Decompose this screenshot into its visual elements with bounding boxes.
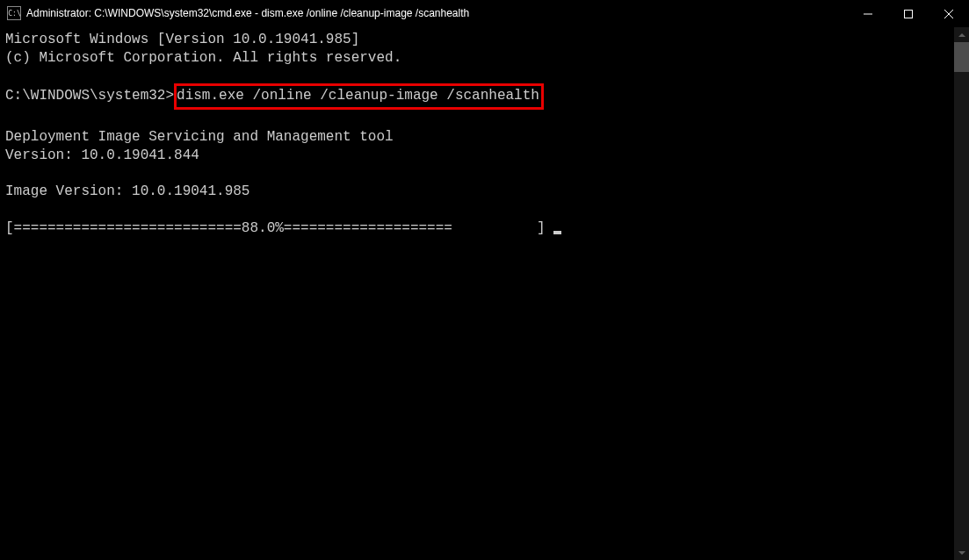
prompt: C:\WINDOWS\system32> [5, 88, 174, 104]
cursor [553, 231, 561, 234]
scroll-down-arrow[interactable] [954, 545, 969, 560]
image-version-line: Image Version: 10.0.19041.985 [5, 183, 249, 199]
close-icon [944, 10, 953, 18]
command-highlight: dism.exe /online /cleanup-image /scanhea… [174, 83, 544, 110]
terminal-output[interactable]: Microsoft Windows [Version 10.0.19041.98… [0, 27, 954, 241]
tool-version-line: Version: 10.0.19041.844 [5, 147, 199, 163]
svg-rect-1 [905, 10, 913, 18]
minimize-button[interactable] [848, 0, 888, 27]
scroll-up-arrow[interactable] [954, 27, 969, 42]
window-controls [848, 0, 969, 26]
titlebar-left: C:\ Administrator: C:\WINDOWS\system32\c… [7, 6, 469, 20]
close-button[interactable] [929, 0, 969, 27]
window-titlebar: C:\ Administrator: C:\WINDOWS\system32\c… [0, 0, 969, 27]
scroll-thumb[interactable] [954, 42, 969, 72]
command-text: dism.exe /online /cleanup-image /scanhea… [177, 88, 539, 104]
cmd-icon: C:\ [7, 6, 21, 20]
copyright-line: (c) Microsoft Corporation. All rights re… [5, 50, 401, 66]
maximize-button[interactable] [888, 0, 929, 27]
chevron-down-icon [958, 551, 965, 555]
tool-name-line: Deployment Image Servicing and Managemen… [5, 129, 394, 145]
window-title: Administrator: C:\WINDOWS\system32\cmd.e… [26, 7, 469, 19]
vertical-scrollbar[interactable] [954, 27, 969, 560]
version-line: Microsoft Windows [Version 10.0.19041.98… [5, 32, 359, 47]
maximize-icon [904, 10, 913, 18]
minimize-icon [864, 10, 872, 18]
progress-bar: [===========================88.0%=======… [5, 220, 553, 236]
chevron-up-icon [958, 33, 965, 37]
